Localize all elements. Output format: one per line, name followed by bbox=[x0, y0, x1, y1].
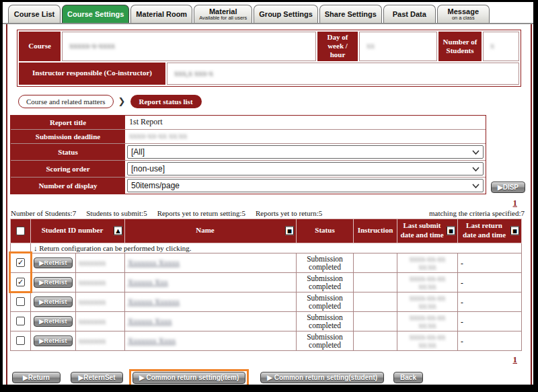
chevron-right-icon: ❯ bbox=[118, 96, 126, 106]
page-number-link[interactable]: 1 bbox=[513, 354, 518, 364]
filter-table: Report title 1st Report Submission deadl… bbox=[10, 115, 486, 194]
breadcrumb-parent[interactable]: Course and related matters bbox=[18, 95, 114, 108]
num-students-value-redacted: x bbox=[490, 41, 494, 51]
day-of-week-value-cell: xx bbox=[359, 32, 437, 61]
report-table-wrap: Student ID number▲ Name■ Status Instruct… bbox=[10, 219, 523, 351]
page-number-link[interactable]: 1 bbox=[513, 198, 518, 208]
sort-toggle-icon[interactable]: ■ bbox=[285, 227, 294, 235]
disp-button[interactable]: ▶DISP bbox=[491, 182, 525, 193]
tab-label: Group Settings bbox=[259, 10, 312, 19]
student-id-redacted: xxxxxxx bbox=[79, 298, 106, 306]
instructor-value-redacted: xxx,x xxx-x bbox=[174, 69, 213, 79]
common-return-setting-student-button[interactable]: ▶ Common return setting(student) bbox=[260, 372, 384, 383]
common-return-setting-item-button[interactable]: ▶ Common return setting(item) bbox=[132, 372, 245, 384]
last-return-cell: - bbox=[458, 292, 522, 311]
status-filter-label: Status bbox=[11, 144, 125, 160]
stat-item: Students to submit:5 bbox=[86, 209, 147, 217]
common-item-highlight-annotation: ▶ Common return setting(item) bbox=[129, 369, 249, 385]
last-submit-redacted: xxxx-xx-xx xx:xx bbox=[400, 333, 455, 349]
reternset-button[interactable]: ▶ReternSet bbox=[71, 372, 123, 383]
instruction-cell bbox=[354, 311, 397, 331]
student-id-redacted: xxxxxxx bbox=[79, 317, 106, 325]
display-count-select-value: 50items/page bbox=[131, 181, 180, 190]
sort-toggle-icon[interactable]: ■ bbox=[447, 227, 455, 235]
tab[interactable]: Group Settings bbox=[254, 5, 317, 23]
rethist-button[interactable]: ▶RetHist bbox=[34, 297, 73, 307]
status-cell: Submission completed bbox=[297, 311, 354, 331]
row-checkbox[interactable] bbox=[16, 258, 25, 267]
col-last-return: Last return date and time bbox=[463, 221, 506, 239]
matching-criteria-count: matching the criteria specified:7 bbox=[429, 209, 525, 217]
instruction-cell bbox=[354, 253, 397, 272]
select-all-checkbox[interactable] bbox=[16, 227, 25, 235]
col-name: Name bbox=[196, 226, 215, 234]
last-return-cell: - bbox=[458, 331, 522, 350]
last-submit-redacted: xxxx-xx-xx xx:xx bbox=[400, 255, 455, 271]
sort-ascending-icon[interactable]: ▲ bbox=[114, 227, 122, 235]
table-row: ▶RetHist xxxxxxx Xxxxxx Xxxxxx Submissio… bbox=[11, 292, 522, 311]
tab-label: Past Data bbox=[393, 10, 426, 19]
content-frame: Course xxxxx-x-xxxx Day of week / hour x… bbox=[6, 24, 532, 385]
scoring-order-select[interactable]: [non-use] bbox=[127, 162, 484, 175]
num-students-label: Number of Students bbox=[438, 32, 482, 61]
deadline-value-cell: xxxx-xx-xx xx:xx bbox=[125, 130, 486, 143]
report-status-table: Student ID number▲ Name■ Status Instruct… bbox=[10, 219, 522, 351]
footer-buttons: ▶Return ▶ReternSet ▶ Common return setti… bbox=[12, 369, 525, 385]
course-info-panel: Course xxxxx-x-xxxx Day of week / hour x… bbox=[17, 30, 521, 87]
course-value-cell: xxxxx-x-xxxx bbox=[62, 32, 316, 61]
last-return-cell: - bbox=[458, 311, 522, 331]
table-note: ↓ Return configuration can be performed … bbox=[31, 243, 522, 253]
last-submit-redacted: xxxx-xx-xx xx:xx bbox=[400, 294, 455, 310]
student-name-link[interactable]: Xxxxxxx Xxxxx bbox=[128, 259, 180, 267]
col-last-submit: Last submit date and time bbox=[400, 221, 443, 239]
chevron-down-icon bbox=[472, 167, 479, 171]
instructor-label: Instructor responsible (Co-instructor) bbox=[19, 63, 165, 85]
row-checkbox[interactable] bbox=[16, 297, 25, 306]
tab-bar: Course List Course Settings Material Roo… bbox=[3, 2, 533, 24]
status-select[interactable]: [All] bbox=[127, 145, 484, 159]
rethist-button[interactable]: ▶RetHist bbox=[34, 336, 73, 346]
day-of-week-label: Day of week / hour bbox=[317, 32, 358, 61]
instruction-cell bbox=[354, 272, 397, 292]
student-id-redacted: xxxxxxx bbox=[79, 278, 106, 286]
table-row: ▶RetHist xxxxxxx Xxxxxx Xxxx Submission … bbox=[11, 311, 522, 331]
row-checkbox[interactable] bbox=[16, 317, 25, 325]
instruction-cell bbox=[354, 331, 397, 350]
tab[interactable]: Message on a class bbox=[437, 5, 490, 23]
tab[interactable]: Course List bbox=[8, 5, 61, 23]
tab[interactable]: Material Room bbox=[130, 5, 192, 23]
return-button[interactable]: ▶Return bbox=[12, 372, 61, 383]
display-count-select[interactable]: 50items/page bbox=[127, 179, 484, 192]
tab[interactable]: Material Available for all users bbox=[194, 5, 252, 23]
rethist-button[interactable]: ▶RetHist bbox=[34, 277, 73, 288]
student-name-link[interactable]: Xxxxxx Xxxx bbox=[128, 317, 172, 325]
student-name-link[interactable]: Xxxxxx Xxxxxx bbox=[128, 298, 180, 306]
rethist-button[interactable]: ▶RetHist bbox=[34, 316, 73, 327]
instructor-value-cell: xxx,x xxx-x bbox=[167, 63, 519, 85]
deadline-value-redacted: xxxx-xx-xx xx:xx bbox=[129, 131, 187, 141]
stat-item: Reports yet to return:5 bbox=[256, 209, 322, 217]
row-checkbox[interactable] bbox=[16, 336, 25, 345]
report-title-value: 1st Report bbox=[125, 116, 486, 129]
table-header-row: Student ID number▲ Name■ Status Instruct… bbox=[11, 219, 522, 243]
student-name-link[interactable]: Xxxxxxx Xxxx bbox=[128, 337, 176, 345]
stats-row: Number of Students:7Students to submit:5… bbox=[11, 209, 525, 217]
pagination-bottom: 1 bbox=[10, 354, 517, 364]
tab[interactable]: Course Settings bbox=[62, 5, 129, 23]
day-of-week-value-redacted: xx bbox=[367, 41, 375, 51]
tab[interactable]: Share Settings bbox=[319, 5, 382, 23]
status-cell: Submission completed bbox=[297, 331, 354, 350]
num-students-value-cell: x bbox=[483, 32, 519, 61]
rethist-button[interactable]: ▶RetHist bbox=[34, 258, 73, 268]
sort-toggle-icon[interactable]: ■ bbox=[510, 227, 519, 235]
tab-label: Share Settings bbox=[325, 10, 377, 19]
note-row: ↓ Return configuration can be performed … bbox=[11, 243, 522, 253]
back-button[interactable]: Back bbox=[393, 372, 423, 383]
scoring-order-select-value: [non-use] bbox=[131, 164, 165, 173]
student-name-link[interactable]: Xxxxxx Xxx bbox=[128, 278, 168, 286]
table-row: ▶RetHist xxxxxxx Xxxxxx Xxx Submission c… bbox=[11, 272, 522, 292]
display-count-label: Number of display bbox=[11, 178, 125, 194]
row-checkbox[interactable] bbox=[16, 278, 25, 286]
status-cell: Submission completed bbox=[297, 253, 354, 272]
tab[interactable]: Past Data bbox=[383, 5, 436, 23]
